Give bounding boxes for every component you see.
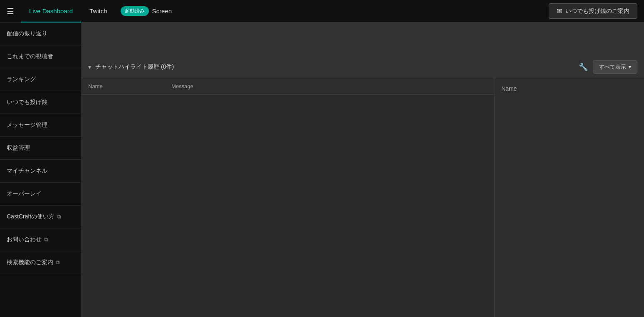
tab-screen-group: 起動済み Screen [116,0,177,22]
chat-table: Name Message [82,78,494,317]
header-right: ✉ いつでも投げ銭のご案内 [549,3,637,19]
collapse-icon[interactable]: ▾ [88,64,91,70]
sidebar-item-howto-label: CastCraftの使い方 [7,213,54,220]
tab-live-dashboard-label: Live Dashboard [29,7,73,15]
col-name-header: Name [88,83,171,89]
sidebar-item-search-label: 検索機能のご案内 [7,259,53,266]
right-panel-name-label: Name [501,85,517,92]
sidebar-item-ranking[interactable]: ランキング [0,68,81,91]
mail-icon: ✉ [557,7,562,15]
sidebar-item-mychannel[interactable]: マイチャンネル [0,160,81,183]
table-header-row: Name Message [82,78,494,95]
sidebar-item-contact-label: お問い合わせ [7,236,42,243]
sidebar-item-viewers[interactable]: これまでの視聴者 [0,45,81,68]
tab-live-dashboard[interactable]: Live Dashboard [21,0,81,22]
sidebar-item-revenue[interactable]: 収益管理 [0,137,81,160]
sidebar-item-nage-label: いつでも投げ銭 [7,99,47,106]
sidebar-item-message-label: メッセージ管理 [7,121,47,129]
sidebar-item-mychannel-label: マイチャンネル [7,167,47,175]
external-link-icon: ⧉ [57,213,61,220]
menu-icon[interactable]: ☰ [7,6,14,16]
sidebar-item-ranking-label: ランキング [7,76,36,83]
nage-button-label: いつでも投げ銭のご案内 [565,7,629,15]
sidebar-item-search[interactable]: 検索機能のご案内 ⧉ [0,251,81,274]
status-badge: 起動済み [121,6,149,16]
nage-button[interactable]: ✉ いつでも投げ銭のご案内 [549,3,637,19]
sidebar-item-haishin[interactable]: 配信の振り返り [0,22,81,45]
external-link-icon-3: ⧉ [56,259,59,266]
sidebar-item-overlay[interactable]: オーバーレイ [0,183,81,206]
sidebar-item-contact[interactable]: お問い合わせ ⧉ [0,228,81,251]
sidebar-item-nage[interactable]: いつでも投げ銭 [0,91,81,114]
wrench-icon[interactable]: 🔧 [579,62,588,72]
tab-twitch[interactable]: Twitch [81,0,116,22]
sidebar-item-message[interactable]: メッセージ管理 [0,114,81,137]
show-all-label: すべて表示 [599,63,626,71]
sidebar-item-howto[interactable]: CastCraftの使い方 ⧉ [0,206,81,228]
chat-highlight-title: チャットハイライト履歴 (0件) [95,63,579,71]
sidebar: 配信の振り返り これまでの視聴者 ランキング いつでも投げ銭 メッセージ管理 収… [0,22,82,317]
col-message-header: Message [171,83,488,89]
header: ☰ Live Dashboard Twitch 起動済み Screen ✉ いつ… [0,0,644,22]
chat-highlight-section: ▾ チャットハイライト履歴 (0件) 🔧 すべて表示 ▾ Name Messag… [82,56,644,317]
sidebar-item-haishin-label: 配信の振り返り [7,30,47,37]
sidebar-item-revenue-label: 収益管理 [7,144,30,152]
sidebar-item-overlay-label: オーバーレイ [7,190,42,198]
main-content: ▾ チャットハイライト履歴 (0件) 🔧 すべて表示 ▾ Name Messag… [82,22,644,317]
chat-highlight-header: ▾ チャットハイライト履歴 (0件) 🔧 すべて表示 ▾ [82,56,644,78]
chevron-down-icon: ▾ [629,64,631,70]
sidebar-item-viewers-label: これまでの視聴者 [7,53,53,60]
show-all-button[interactable]: すべて表示 ▾ [593,60,637,74]
external-link-icon-2: ⧉ [44,236,48,243]
header-nav: Live Dashboard Twitch 起動済み Screen [21,0,549,22]
main-top-bar [82,22,644,56]
tab-twitch-label: Twitch [89,7,107,15]
body: 配信の振り返り これまでの視聴者 ランキング いつでも投げ銭 メッセージ管理 収… [0,22,644,317]
tab-screen-label[interactable]: Screen [152,7,172,15]
table-area: Name Message Name [82,78,644,317]
right-panel: Name [494,78,644,317]
